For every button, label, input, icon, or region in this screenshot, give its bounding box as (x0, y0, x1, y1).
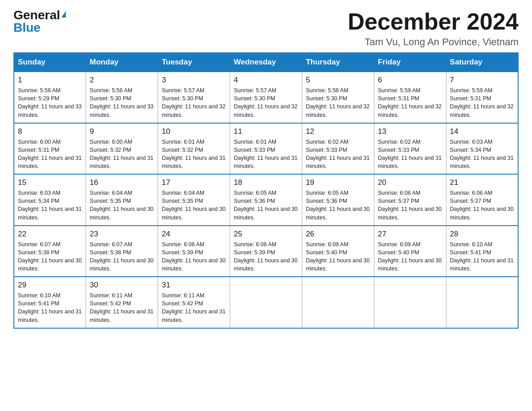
table-row: 12 Sunrise: 6:02 AM Sunset: 5:33 PM Dayl… (302, 123, 374, 175)
calendar-header-row: Sunday Monday Tuesday Wednesday Thursday… (14, 53, 518, 72)
table-row (446, 277, 518, 328)
calendar-week-row: 15 Sunrise: 6:03 AM Sunset: 5:34 PM Dayl… (14, 174, 518, 226)
table-row: 14 Sunrise: 6:03 AM Sunset: 5:34 PM Dayl… (446, 123, 518, 175)
day-info: Sunrise: 5:57 AM Sunset: 5:30 PM Dayligh… (234, 86, 298, 119)
col-wednesday: Wednesday (230, 53, 302, 72)
day-number: 31 (162, 281, 226, 290)
day-number: 1 (18, 76, 82, 85)
calendar-week-row: 8 Sunrise: 6:00 AM Sunset: 5:31 PM Dayli… (14, 123, 518, 175)
day-number: 27 (378, 230, 442, 239)
day-number: 21 (450, 178, 514, 187)
day-number: 12 (306, 127, 370, 136)
table-row: 27 Sunrise: 6:09 AM Sunset: 5:40 PM Dayl… (374, 226, 446, 277)
page-header: General Blue December 2024 Tam Vu, Long … (13, 9, 519, 48)
table-row: 5 Sunrise: 5:58 AM Sunset: 5:30 PM Dayli… (302, 72, 374, 123)
day-info: Sunrise: 5:58 AM Sunset: 5:30 PM Dayligh… (306, 86, 370, 119)
day-info: Sunrise: 5:56 AM Sunset: 5:30 PM Dayligh… (90, 86, 154, 119)
day-number: 28 (450, 230, 514, 239)
day-number: 10 (162, 127, 226, 136)
table-row: 25 Sunrise: 6:08 AM Sunset: 5:39 PM Dayl… (230, 226, 302, 277)
table-row: 28 Sunrise: 6:10 AM Sunset: 5:41 PM Dayl… (446, 226, 518, 277)
col-monday: Monday (86, 53, 158, 72)
day-number: 24 (162, 230, 226, 239)
calendar-week-row: 22 Sunrise: 6:07 AM Sunset: 5:38 PM Dayl… (14, 226, 518, 277)
day-number: 8 (18, 127, 82, 136)
month-title: December 2024 (348, 9, 519, 34)
col-sunday: Sunday (14, 53, 86, 72)
day-number: 25 (234, 230, 298, 239)
table-row: 7 Sunrise: 5:59 AM Sunset: 5:31 PM Dayli… (446, 72, 518, 123)
day-number: 5 (306, 76, 370, 85)
day-info: Sunrise: 6:09 AM Sunset: 5:40 PM Dayligh… (306, 240, 370, 273)
day-number: 18 (234, 178, 298, 187)
day-info: Sunrise: 6:06 AM Sunset: 5:37 PM Dayligh… (378, 189, 442, 222)
day-info: Sunrise: 5:59 AM Sunset: 5:31 PM Dayligh… (450, 86, 514, 119)
day-info: Sunrise: 6:00 AM Sunset: 5:31 PM Dayligh… (18, 138, 82, 171)
table-row: 18 Sunrise: 6:05 AM Sunset: 5:36 PM Dayl… (230, 174, 302, 226)
day-info: Sunrise: 6:10 AM Sunset: 5:41 PM Dayligh… (18, 291, 82, 324)
day-info: Sunrise: 6:02 AM Sunset: 5:33 PM Dayligh… (306, 138, 370, 171)
table-row (302, 277, 374, 328)
day-number: 26 (306, 230, 370, 239)
day-number: 19 (306, 178, 370, 187)
table-row: 9 Sunrise: 6:00 AM Sunset: 5:32 PM Dayli… (86, 123, 158, 175)
day-number: 29 (18, 281, 82, 290)
table-row (374, 277, 446, 328)
calendar-week-row: 29 Sunrise: 6:10 AM Sunset: 5:41 PM Dayl… (14, 277, 518, 328)
col-friday: Friday (374, 53, 446, 72)
logo-text: General Blue (13, 9, 66, 34)
table-row: 15 Sunrise: 6:03 AM Sunset: 5:34 PM Dayl… (14, 174, 86, 226)
day-number: 22 (18, 230, 82, 239)
day-number: 17 (162, 178, 226, 187)
day-info: Sunrise: 6:02 AM Sunset: 5:33 PM Dayligh… (378, 138, 442, 171)
day-info: Sunrise: 6:09 AM Sunset: 5:40 PM Dayligh… (378, 240, 442, 273)
table-row: 26 Sunrise: 6:09 AM Sunset: 5:40 PM Dayl… (302, 226, 374, 277)
day-number: 14 (450, 127, 514, 136)
table-row: 8 Sunrise: 6:00 AM Sunset: 5:31 PM Dayli… (14, 123, 86, 175)
day-number: 13 (378, 127, 442, 136)
table-row: 20 Sunrise: 6:06 AM Sunset: 5:37 PM Dayl… (374, 174, 446, 226)
col-saturday: Saturday (446, 53, 518, 72)
table-row: 21 Sunrise: 6:06 AM Sunset: 5:37 PM Dayl… (446, 174, 518, 226)
day-info: Sunrise: 5:56 AM Sunset: 5:29 PM Dayligh… (18, 86, 82, 119)
day-info: Sunrise: 6:04 AM Sunset: 5:35 PM Dayligh… (90, 189, 154, 222)
table-row: 16 Sunrise: 6:04 AM Sunset: 5:35 PM Dayl… (86, 174, 158, 226)
day-number: 20 (378, 178, 442, 187)
table-row: 13 Sunrise: 6:02 AM Sunset: 5:33 PM Dayl… (374, 123, 446, 175)
day-number: 2 (90, 76, 154, 85)
day-number: 7 (450, 76, 514, 85)
day-info: Sunrise: 6:03 AM Sunset: 5:34 PM Dayligh… (450, 138, 514, 171)
table-row: 31 Sunrise: 6:11 AM Sunset: 5:42 PM Dayl… (158, 277, 230, 328)
day-info: Sunrise: 6:01 AM Sunset: 5:33 PM Dayligh… (234, 138, 298, 171)
logo-triangle-icon (61, 11, 66, 17)
table-row: 11 Sunrise: 6:01 AM Sunset: 5:33 PM Dayl… (230, 123, 302, 175)
day-info: Sunrise: 5:57 AM Sunset: 5:30 PM Dayligh… (162, 86, 226, 119)
day-info: Sunrise: 6:10 AM Sunset: 5:41 PM Dayligh… (450, 240, 514, 273)
table-row: 19 Sunrise: 6:05 AM Sunset: 5:36 PM Dayl… (302, 174, 374, 226)
day-number: 30 (90, 281, 154, 290)
calendar-table: Sunday Monday Tuesday Wednesday Thursday… (13, 52, 519, 329)
location-title: Tam Vu, Long An Povince, Vietnam (348, 36, 519, 48)
logo-general: General (13, 8, 60, 22)
title-area: December 2024 Tam Vu, Long An Povince, V… (348, 9, 519, 48)
calendar-week-row: 1 Sunrise: 5:56 AM Sunset: 5:29 PM Dayli… (14, 72, 518, 123)
day-number: 3 (162, 76, 226, 85)
logo: General Blue (13, 9, 66, 34)
day-info: Sunrise: 6:07 AM Sunset: 5:38 PM Dayligh… (90, 240, 154, 273)
table-row: 30 Sunrise: 6:11 AM Sunset: 5:42 PM Dayl… (86, 277, 158, 328)
col-thursday: Thursday (302, 53, 374, 72)
logo-blue: Blue (13, 21, 41, 34)
day-info: Sunrise: 6:04 AM Sunset: 5:35 PM Dayligh… (162, 189, 226, 222)
day-info: Sunrise: 6:11 AM Sunset: 5:42 PM Dayligh… (90, 291, 154, 324)
day-info: Sunrise: 6:08 AM Sunset: 5:39 PM Dayligh… (234, 240, 298, 273)
table-row: 2 Sunrise: 5:56 AM Sunset: 5:30 PM Dayli… (86, 72, 158, 123)
day-info: Sunrise: 6:07 AM Sunset: 5:38 PM Dayligh… (18, 240, 82, 273)
table-row: 24 Sunrise: 6:08 AM Sunset: 5:39 PM Dayl… (158, 226, 230, 277)
day-info: Sunrise: 5:59 AM Sunset: 5:31 PM Dayligh… (378, 86, 442, 119)
table-row: 10 Sunrise: 6:01 AM Sunset: 5:32 PM Dayl… (158, 123, 230, 175)
day-info: Sunrise: 6:05 AM Sunset: 5:36 PM Dayligh… (234, 189, 298, 222)
day-info: Sunrise: 6:00 AM Sunset: 5:32 PM Dayligh… (90, 138, 154, 171)
table-row: 29 Sunrise: 6:10 AM Sunset: 5:41 PM Dayl… (14, 277, 86, 328)
day-number: 6 (378, 76, 442, 85)
table-row: 3 Sunrise: 5:57 AM Sunset: 5:30 PM Dayli… (158, 72, 230, 123)
